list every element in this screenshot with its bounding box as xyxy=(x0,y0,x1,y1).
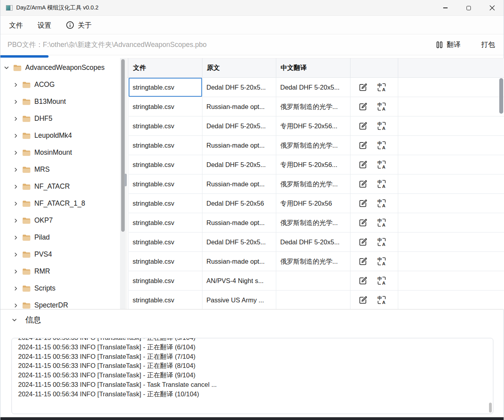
chevron-right-icon[interactable] xyxy=(13,201,19,206)
translate-icon[interactable]: 中 A xyxy=(376,295,387,306)
cell-file[interactable]: stringtable.csv xyxy=(129,194,202,213)
translate-icon[interactable]: 中 A xyxy=(376,198,387,209)
chevron-right-icon[interactable] xyxy=(13,285,19,291)
chevron-right-icon[interactable] xyxy=(13,116,19,122)
menu-about[interactable]: 关于 xyxy=(66,21,92,30)
table-row[interactable]: stringtable.csv Russian-made opt... 俄罗斯制… xyxy=(128,97,504,116)
cell-source[interactable]: Passive US Army ... xyxy=(202,291,276,310)
table-row[interactable]: stringtable.csv Russian-made opt... 俄罗斯制… xyxy=(128,174,504,194)
table-row[interactable]: stringtable.csv Dedal DHF 5-20x5... 专用DH… xyxy=(128,116,504,136)
cell-source[interactable]: Dedal DHF 5-20x5... xyxy=(202,78,276,97)
chevron-right-icon[interactable] xyxy=(13,234,19,240)
tree-item[interactable]: PVS4 xyxy=(0,246,127,263)
chevron-right-icon[interactable] xyxy=(13,302,19,308)
log-box[interactable]: 2024-11-15 00:56:33 INFO [TranslateTask]… xyxy=(11,338,493,414)
cell-translation[interactable]: 专用DHF 5-20x56 xyxy=(276,194,350,213)
cell-translation[interactable]: 俄罗斯制造的光学... xyxy=(276,136,350,155)
edit-icon[interactable] xyxy=(358,256,368,267)
tree-scrollbar-thumb[interactable] xyxy=(121,59,125,232)
column-header-translation[interactable]: 中文翻译 xyxy=(276,58,350,78)
cell-file[interactable]: stringtable.csv xyxy=(129,174,202,194)
cell-translation[interactable]: 俄罗斯制造的光学... xyxy=(276,97,350,116)
table-row[interactable]: stringtable.csv Dedal DHF 5-20x5... Deda… xyxy=(128,232,504,252)
tree-item[interactable]: Scripts xyxy=(0,280,127,297)
maximize-button[interactable] xyxy=(457,0,480,16)
cell-source[interactable]: AN/PVS-4 Night s... xyxy=(202,271,276,291)
cell-file[interactable]: stringtable.csv xyxy=(129,252,202,271)
cell-file[interactable]: stringtable.csv xyxy=(129,271,202,291)
cell-file[interactable]: stringtable.csv xyxy=(129,136,202,155)
cell-file[interactable]: stringtable.csv xyxy=(129,116,202,136)
edit-icon[interactable] xyxy=(358,101,368,112)
translate-icon[interactable]: 中 A xyxy=(376,101,387,112)
cell-source[interactable]: Dedal DHF 5-20x5... xyxy=(202,155,276,174)
chevron-right-icon[interactable] xyxy=(13,133,19,139)
table-row[interactable]: stringtable.csv Russian-made opt... 俄罗斯制… xyxy=(128,213,504,232)
edit-icon[interactable] xyxy=(358,276,368,286)
translate-icon[interactable]: 中 A xyxy=(376,159,387,170)
cell-source[interactable]: Russian-made opt... xyxy=(202,252,276,271)
log-scrollbar-thumb[interactable] xyxy=(489,403,492,412)
edit-icon[interactable] xyxy=(358,121,368,131)
chevron-right-icon[interactable] xyxy=(13,99,19,105)
chevron-right-icon[interactable] xyxy=(13,218,19,223)
cell-file[interactable]: stringtable.csv xyxy=(129,213,202,232)
translate-icon[interactable]: 中 A xyxy=(376,218,387,228)
cell-translation[interactable] xyxy=(276,271,350,291)
chevron-right-icon[interactable] xyxy=(13,184,19,189)
cell-translation[interactable]: 俄罗斯制造的光学... xyxy=(276,213,350,232)
chevron-right-icon[interactable] xyxy=(13,251,19,257)
chevron-right-icon[interactable] xyxy=(13,82,19,88)
tree-item[interactable]: RMR xyxy=(0,263,127,280)
cell-file[interactable]: stringtable.csv xyxy=(129,155,202,174)
edit-icon[interactable] xyxy=(358,82,368,93)
cell-file[interactable]: stringtable.csv xyxy=(129,291,202,310)
minimize-button[interactable] xyxy=(434,0,457,16)
close-button[interactable] xyxy=(480,0,504,16)
table-scrollbar-thumb[interactable] xyxy=(499,78,503,114)
translate-icon[interactable]: 中 A xyxy=(376,82,387,93)
menu-file[interactable]: 文件 xyxy=(9,21,23,30)
tree-item[interactable]: DHF5 xyxy=(0,110,127,127)
chevron-right-icon[interactable] xyxy=(13,167,19,172)
translate-icon[interactable]: 中 A xyxy=(376,237,387,248)
chevron-down-icon[interactable] xyxy=(11,317,17,323)
column-header-source[interactable]: 原文 xyxy=(202,58,276,78)
tree-item[interactable]: B13Mount xyxy=(0,93,127,110)
cell-source[interactable]: Russian-made opt... xyxy=(202,97,276,116)
cell-source[interactable]: Dedal DHF 5-20x5... xyxy=(202,116,276,136)
table-row[interactable]: stringtable.csv Passive US Army ... 中 A xyxy=(128,291,504,310)
cell-file[interactable]: stringtable.csv xyxy=(129,97,202,116)
chevron-down-icon[interactable] xyxy=(4,65,9,71)
table-row[interactable]: stringtable.csv Russian-made opt... 俄罗斯制… xyxy=(128,252,504,271)
cell-source[interactable]: Russian-made opt... xyxy=(202,174,276,194)
pbo-path-text[interactable]: PBO文件：F:\other\杂\新建文件夹\AdvancedWeaponSco… xyxy=(7,40,206,49)
table-row[interactable]: stringtable.csv Dedal DHF 5-20x56 专用DHF … xyxy=(128,194,504,213)
tree-item[interactable]: OKP7 xyxy=(0,212,127,229)
cell-translation[interactable]: Dedal DHF 5-20x5... xyxy=(276,78,350,97)
chevron-right-icon[interactable] xyxy=(13,268,19,274)
cell-translation[interactable]: 俄罗斯制造的光学... xyxy=(276,174,350,194)
tree-item[interactable]: Pilad xyxy=(0,229,127,246)
menu-settings[interactable]: 设置 xyxy=(37,21,51,30)
table-row[interactable]: stringtable.csv Dedal DHF 5-20x5... 专用DH… xyxy=(128,155,504,174)
edit-icon[interactable] xyxy=(358,140,368,151)
splitter-handle[interactable] xyxy=(124,174,127,186)
cell-source[interactable]: Russian-made opt... xyxy=(202,213,276,232)
cell-translation[interactable]: 俄罗斯制造的光学... xyxy=(276,252,350,271)
cell-translation[interactable]: 专用DHF 5-20x56... xyxy=(276,116,350,136)
cell-source[interactable]: Dedal DHF 5-20x56 xyxy=(202,194,276,213)
tree-item[interactable]: MRS xyxy=(0,161,127,178)
edit-icon[interactable] xyxy=(358,295,368,306)
tree-item[interactable]: ACOG xyxy=(0,76,127,93)
translate-icon[interactable]: 中 A xyxy=(376,140,387,151)
cell-translation[interactable]: Dedal DHF 5-20x5... xyxy=(276,232,350,252)
edit-icon[interactable] xyxy=(358,198,368,209)
translate-icon[interactable]: 中 A xyxy=(376,179,387,189)
cell-translation[interactable] xyxy=(276,291,350,310)
edit-icon[interactable] xyxy=(358,179,368,189)
cell-translation[interactable]: 专用DHF 5-20x56... xyxy=(276,155,350,174)
translate-icon[interactable]: 中 A xyxy=(376,276,387,286)
cell-file[interactable]: stringtable.csv xyxy=(129,78,202,97)
tree-item[interactable]: NF_ATACR xyxy=(0,178,127,195)
